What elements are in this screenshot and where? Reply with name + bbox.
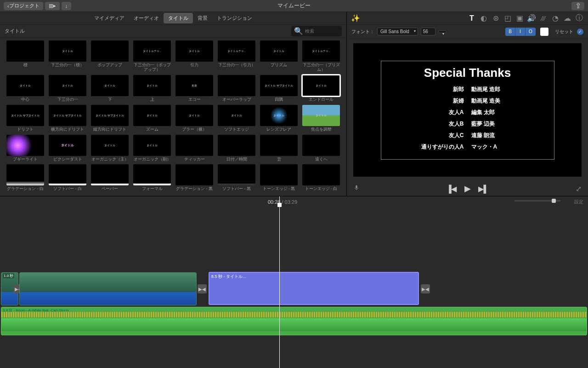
title-preset-item[interactable]: タイトルエンドロール bbox=[300, 75, 342, 102]
text-inspector-icon[interactable]: T bbox=[468, 14, 476, 23]
back-to-projects-button[interactable]: ‹ プロジェクト bbox=[4, 2, 43, 10]
title-preset-item[interactable]: ソフトバー - 黒 bbox=[216, 164, 257, 191]
video-preview[interactable]: Special Thanks 新郎動画尾 造郎新婦動画尾 造美友人A編集 太郎友… bbox=[353, 43, 582, 177]
video-clip-2[interactable] bbox=[19, 272, 197, 305]
text-color-swatch[interactable] bbox=[540, 28, 548, 36]
color-correction-icon[interactable]: ⊛ bbox=[492, 14, 500, 23]
title-preset-item[interactable]: タイトル下三分の一（標） bbox=[47, 40, 88, 72]
title-preset-item[interactable]: タイトル焦点を調整 bbox=[300, 105, 342, 132]
title-preset-item[interactable]: ポップアップ bbox=[89, 40, 130, 72]
voiceover-icon[interactable] bbox=[353, 184, 360, 193]
title-preset-item[interactable]: タイトルチェ..下三分の一（ポップアップ） bbox=[131, 40, 173, 72]
audio-track[interactable]: 3.4 分 - Ikson---A-While-feat.-Carl-Storm bbox=[0, 307, 588, 336]
title-preset-item[interactable]: ピクシーダスト bbox=[47, 135, 88, 162]
title-clip[interactable]: 8.5 秒 - タイトル... bbox=[209, 272, 419, 305]
font-size-stepper[interactable] bbox=[438, 30, 447, 33]
title-preset-item[interactable]: タイトルソフトエッジ bbox=[216, 105, 257, 132]
play-button[interactable]: ▶ bbox=[464, 184, 471, 194]
next-frame-button[interactable]: ▶▌ bbox=[478, 184, 489, 193]
title-preset-item[interactable]: タイトル下三分の一 bbox=[47, 75, 88, 102]
timeline-panel[interactable]: 00:28 / 03:29 設定 1.0 秒 ▶◀ ▶◀ 8.5 秒 - タイト… bbox=[0, 196, 588, 368]
timeline-settings-button[interactable]: 設定 bbox=[574, 199, 583, 205]
zoom-thumb[interactable] bbox=[552, 199, 556, 203]
title-preset-item[interactable]: ティッカー bbox=[174, 135, 215, 162]
color-balance-icon[interactable]: ◐ bbox=[480, 14, 488, 23]
credits-row[interactable]: 友人B藍夢 辺美 bbox=[413, 120, 522, 128]
reset-check-icon[interactable]: ✓ bbox=[577, 29, 583, 35]
search-box[interactable]: 🔍 bbox=[291, 26, 342, 36]
tab-backgrounds[interactable]: 背景 bbox=[193, 13, 212, 23]
info-icon[interactable]: ⓘ bbox=[575, 14, 583, 23]
title-preset-item[interactable]: タイトル サブタイトルドリフト bbox=[5, 105, 46, 132]
title-preset-label: 遠くへ bbox=[315, 157, 328, 162]
title-preset-item[interactable]: 雲 bbox=[258, 135, 300, 162]
speed-icon[interactable]: ◔ bbox=[551, 14, 560, 23]
credits-row[interactable]: 新郎動画尾 造郎 bbox=[413, 86, 522, 93]
fullscreen-button[interactable]: ⤢ bbox=[576, 184, 582, 193]
title-preset-item[interactable]: 標 bbox=[5, 40, 46, 72]
title-preset-item[interactable]: タイトルチェ..下三分の一（プリズム） bbox=[300, 40, 342, 72]
library-toggle-button[interactable]: ▥▸ bbox=[45, 2, 60, 10]
bold-button[interactable]: B bbox=[505, 28, 515, 36]
title-preset-item[interactable]: タイトルプリズム bbox=[258, 40, 300, 72]
video-track[interactable]: 1.0 秒 ▶◀ ▶◀ 8.5 秒 - タイトル... ▶◀ bbox=[0, 272, 588, 306]
title-preset-item[interactable]: トーンエッジ - 白 bbox=[300, 164, 342, 191]
volume-icon[interactable]: 🔊 bbox=[527, 14, 536, 23]
title-preset-item[interactable]: タイトルブラー（横） bbox=[174, 105, 215, 132]
title-preset-item[interactable]: グラデーション - 白 bbox=[5, 164, 46, 191]
title-preset-item[interactable]: タイトル サブタイトル横方向にドリフト bbox=[47, 105, 88, 132]
transition-icon[interactable]: ▶◀ bbox=[421, 284, 430, 293]
outline-button[interactable]: O bbox=[526, 28, 536, 36]
italic-button[interactable]: I bbox=[515, 28, 526, 36]
stabilization-icon[interactable]: ▣ bbox=[515, 14, 524, 23]
title-preset-item[interactable]: ブギーライト bbox=[5, 135, 46, 162]
title-preset-item[interactable]: タイトル中心 bbox=[5, 75, 46, 102]
title-preset-item[interactable]: タイトル引力 bbox=[174, 40, 215, 72]
title-preset-item[interactable]: タイトル サブタイトル縦方向にドリフト bbox=[89, 105, 130, 132]
font-size-input[interactable]: 56 bbox=[421, 28, 435, 35]
title-preset-item[interactable]: ペーパー bbox=[89, 164, 130, 191]
tab-audio[interactable]: オーディオ bbox=[129, 13, 164, 23]
title-preset-item[interactable]: タイトルレンズフレア bbox=[258, 105, 300, 132]
credits-row[interactable]: 通りすがりの人Aマック・A bbox=[413, 143, 522, 151]
prev-frame-button[interactable]: ▐◀ bbox=[446, 184, 457, 193]
credits-list[interactable]: 新郎動画尾 造郎新婦動画尾 造美友人A編集 太郎友人B藍夢 辺美友人C遠藤 朗流… bbox=[413, 86, 522, 151]
title-preset-item[interactable]: タイトルズーム bbox=[131, 105, 173, 132]
tab-my-media[interactable]: マイメディア bbox=[90, 13, 129, 23]
title-preset-item[interactable]: タイトルオーガニック（副） bbox=[131, 135, 173, 162]
credits-row[interactable]: 新婦動画尾 造美 bbox=[413, 97, 522, 105]
title-preset-label: 下三分の一（引力） bbox=[218, 63, 255, 68]
crop-icon[interactable]: ◰ bbox=[503, 14, 512, 23]
title-preset-item[interactable]: グラデーション - 黒 bbox=[174, 164, 215, 191]
title-preset-item[interactable]: ソフトバー - 白 bbox=[47, 164, 88, 191]
title-preset-item[interactable]: トーンエッジ - 黒 bbox=[258, 164, 300, 191]
title-preset-item[interactable]: 遠くへ bbox=[300, 135, 342, 162]
magic-wand-icon[interactable]: ✨ bbox=[351, 14, 360, 23]
font-family-select[interactable]: Gill Sans Bold bbox=[377, 28, 418, 35]
title-thumbnail: タイトル bbox=[133, 75, 171, 96]
transition-icon[interactable]: ▶◀ bbox=[198, 284, 207, 293]
title-preset-item[interactable]: タイトル サブタイトル四隅 bbox=[258, 75, 300, 102]
title-preset-item[interactable]: オーバーラップ bbox=[216, 75, 257, 102]
title-preset-item[interactable]: 日付／時間 bbox=[216, 135, 257, 162]
noise-reduction-icon[interactable]: ⫻ bbox=[539, 14, 548, 23]
title-preset-item[interactable]: タイトル上 bbox=[131, 75, 173, 102]
credits-row[interactable]: 友人C遠藤 朗流 bbox=[413, 132, 522, 139]
import-button[interactable]: ↓ bbox=[62, 2, 72, 10]
search-input[interactable] bbox=[305, 29, 342, 34]
clip-filter-icon[interactable]: ☁ bbox=[563, 14, 571, 23]
title-preset-item[interactable]: タイトル下 bbox=[89, 75, 130, 102]
reset-button[interactable]: リセット bbox=[555, 29, 573, 35]
title-grid[interactable]: 標タイトル下三分の一（標）ポップアップタイトルチェ..下三分の一（ポップアップ）… bbox=[0, 38, 346, 196]
credits-row[interactable]: 友人A編集 太郎 bbox=[413, 109, 522, 116]
preview-heading[interactable]: Special Thanks bbox=[413, 66, 522, 80]
title-preset-item[interactable]: 名前エコー bbox=[174, 75, 215, 102]
title-preset-item[interactable]: タイトルチェ..下三分の一（引力） bbox=[216, 40, 257, 72]
title-preset-item[interactable]: タイトルオーガニック（主） bbox=[89, 135, 130, 162]
tab-transitions[interactable]: トランジション bbox=[212, 13, 257, 23]
audio-clip[interactable]: 3.4 分 - Ikson---A-While-feat.-Carl-Storm bbox=[1, 307, 587, 335]
title-preset-item[interactable]: フォーマル bbox=[131, 164, 173, 191]
share-button[interactable]: ⇪ bbox=[571, 2, 584, 10]
tab-titles[interactable]: タイトル bbox=[164, 13, 193, 23]
zoom-slider[interactable] bbox=[514, 200, 560, 201]
